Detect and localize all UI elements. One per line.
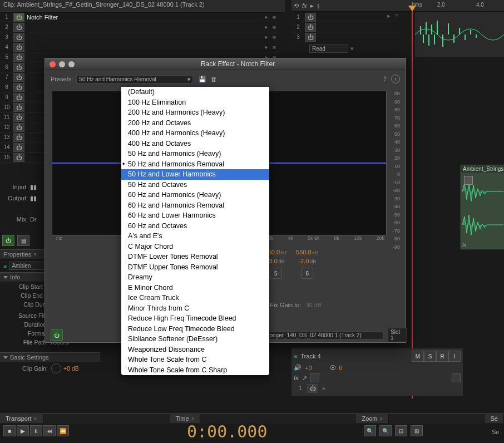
preset-option[interactable]: 50 Hz and Harmonics (Heavy) xyxy=(121,149,269,159)
slot-menu-icon[interactable]: ▸ xyxy=(263,13,270,21)
preset-dropdown-list[interactable]: (Default)100 Hz Elimination200 Hz and Ha… xyxy=(121,87,269,375)
preset-option[interactable]: 200 Hz and Harmonics (Heavy) xyxy=(121,107,269,118)
band-button[interactable]: 5 xyxy=(270,268,282,279)
rewind-button[interactable]: ⏪ xyxy=(57,425,69,436)
track-name[interactable]: Track 4 xyxy=(300,353,320,360)
slot-power-button[interactable]: ⏻ xyxy=(13,113,24,122)
record-button[interactable]: R xyxy=(436,351,448,362)
clip-fx-icon[interactable]: fx xyxy=(462,242,466,248)
zoom-fit-button[interactable]: ⊡ xyxy=(395,425,407,436)
preset-option[interactable]: DTMF Lower Tones Removal xyxy=(121,252,269,262)
track-volume[interactable]: +0 xyxy=(305,365,312,371)
slot-power-button[interactable]: ⏻ xyxy=(13,83,24,92)
preset-option[interactable]: 400 Hz and Octaves xyxy=(121,139,269,149)
preset-option[interactable]: 60 Hz and Octaves xyxy=(121,221,269,232)
preset-option[interactable]: 100 Hz Elimination xyxy=(121,97,269,108)
preset-option[interactable]: Reduce High Freq Timecode Bleed xyxy=(121,313,269,324)
zoom-in-h-button[interactable]: 🔍 xyxy=(364,425,376,436)
effect-slot[interactable]: 2 ⏻ ▸ ≡ xyxy=(0,22,278,32)
track-slot-power[interactable]: ⏻ xyxy=(307,384,318,393)
mute-button[interactable]: M xyxy=(412,351,424,362)
preset-option[interactable]: Ice Cream Truck xyxy=(121,293,269,303)
preset-option[interactable]: Reduce Low Freq Timecode Bleed xyxy=(121,324,269,334)
applied-slot[interactable]: Slot 1 xyxy=(388,328,407,342)
preset-option[interactable]: DTMF Upper Tones Removal xyxy=(121,262,269,273)
preset-option[interactable]: 50 Hz and Octaves xyxy=(121,180,269,190)
preset-option[interactable]: 60 Hz and Harmonics Removal xyxy=(121,200,269,211)
slot-power-button[interactable]: ⏻ xyxy=(13,103,24,112)
preset-option[interactable]: 50 Hz and Harmonics Removal xyxy=(121,159,269,170)
presets-dropdown[interactable]: 50 Hz and Harmonics Removal ▾ xyxy=(76,75,193,83)
slot-power-button[interactable]: ⏻ xyxy=(13,123,24,132)
rack-power-button[interactable]: ⏻ xyxy=(2,235,14,246)
slot-power-button[interactable]: ⏻ xyxy=(13,143,24,152)
preset-option[interactable]: 60 Hz and Harmonics (Heavy) xyxy=(121,190,269,200)
overview-waveform[interactable] xyxy=(415,12,504,57)
pause-button[interactable]: ⏸ xyxy=(30,425,42,436)
sidechain-icon[interactable]: ⤴ xyxy=(383,76,387,82)
maximize-icon[interactable] xyxy=(68,61,75,67)
right-slot[interactable]: 1⏻ xyxy=(291,12,397,22)
transport-tab[interactable]: Transport× xyxy=(0,414,43,423)
preset-option[interactable]: E Minor Chord xyxy=(121,283,269,293)
fx-icon[interactable]: fx xyxy=(302,2,307,9)
preset-option[interactable]: 50 Hz and Lower Harmonics xyxy=(121,169,269,180)
preset-option[interactable]: A's and E's xyxy=(121,231,269,242)
slot-power-button[interactable]: ⏻ xyxy=(13,63,24,72)
slot-power-button[interactable]: ⏻ xyxy=(305,13,316,22)
delete-preset-icon[interactable]: 🗑 xyxy=(211,76,217,82)
clip-gain-value[interactable]: +0 dB xyxy=(63,365,79,372)
read-mode[interactable]: Read xyxy=(309,45,348,53)
stop-button[interactable]: ■ xyxy=(3,425,16,436)
preset-option[interactable]: (Default) xyxy=(121,87,269,97)
zoom-tab[interactable]: Zoom× xyxy=(356,414,389,423)
track-slot-menu[interactable]: ▸ xyxy=(320,385,328,392)
knob-icon[interactable] xyxy=(51,363,61,373)
effect-slot[interactable]: 4 ⏻ ▸ ≡ xyxy=(0,42,278,52)
preset-option[interactable]: 60 Hz and Lower Harmonics xyxy=(121,210,269,221)
slot-power-button[interactable]: ⏻ xyxy=(13,23,24,32)
preset-option[interactable]: Minor Thirds from C xyxy=(121,303,269,314)
se-tab[interactable]: Se xyxy=(485,414,504,423)
track-send-icon[interactable]: ↗ xyxy=(302,375,307,382)
marker-icon[interactable]: ▸ xyxy=(310,2,314,9)
save-preset-icon[interactable]: 💾 xyxy=(199,76,206,83)
slot-power-button[interactable]: ⏻ xyxy=(305,33,316,42)
zoom-sel-button[interactable]: ⊞ xyxy=(411,425,423,436)
effect-slot[interactable]: 3 ⏻ ▸ ≡ xyxy=(0,32,278,42)
slot-expand-icon[interactable]: ▸ xyxy=(387,12,391,19)
timeline-ruler[interactable]: hms 2.0 4.0 xyxy=(409,0,504,11)
slot-menu-icon[interactable]: ≡ xyxy=(395,12,398,19)
right-slot[interactable]: 3⏻ xyxy=(291,32,397,42)
play-button[interactable]: ▶ xyxy=(17,425,29,436)
clip-checkbox[interactable] xyxy=(464,176,473,185)
track-fx-icon[interactable]: fx xyxy=(294,375,299,381)
close-icon[interactable] xyxy=(50,61,56,67)
effect-slot[interactable]: 1 ⏻ Notch Filter ▸ ≡ xyxy=(0,12,278,22)
basic-settings-header[interactable]: Basic Settings xyxy=(0,352,100,362)
minimize-icon[interactable] xyxy=(59,61,65,67)
zoom-out-h-button[interactable]: 🔍 xyxy=(379,425,392,436)
slot-power-button[interactable]: ⏻ xyxy=(13,13,24,22)
window-controls[interactable] xyxy=(50,61,75,67)
slot-menu-icon[interactable]: ▸ xyxy=(263,33,270,41)
slot-power-button[interactable]: ⏻ xyxy=(13,33,24,42)
rack-edit-button[interactable]: ▤ xyxy=(17,235,29,246)
slot-power-button[interactable]: ⏻ xyxy=(13,153,24,162)
slot-list-icon[interactable]: ≡ xyxy=(270,24,278,31)
fix-gain-value[interactable]: 30 dB xyxy=(305,302,322,308)
slot-power-button[interactable]: ⏻ xyxy=(13,93,24,102)
track-pan[interactable]: 0 xyxy=(339,365,343,371)
band-freq[interactable]: 550.0 xyxy=(296,249,312,255)
preset-option[interactable]: Whole Tone Scale from C xyxy=(121,355,269,365)
preset-option[interactable]: 400 Hz and Harmonics (Heavy) xyxy=(121,128,269,139)
levels-icon[interactable]: ⫿ xyxy=(317,2,320,9)
track-monitor-button[interactable]: I xyxy=(448,351,461,362)
preset-option[interactable]: Weaponized Dissonance xyxy=(121,344,269,355)
right-slot[interactable]: 2⏻ xyxy=(291,22,397,32)
dialog-titlebar[interactable]: Rack Effect - Notch Filter xyxy=(45,58,406,70)
slot-menu-icon[interactable]: ▸ xyxy=(263,43,270,51)
effect-power-button[interactable]: ⏻ xyxy=(51,329,63,341)
track-toggle-2[interactable] xyxy=(452,373,461,382)
slot-power-button[interactable]: ⏻ xyxy=(13,53,24,62)
